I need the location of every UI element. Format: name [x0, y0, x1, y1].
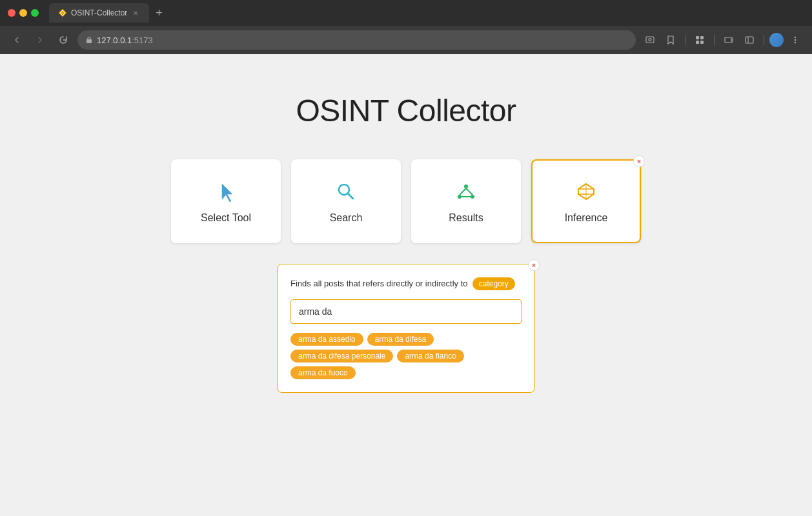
- inference-panel: × Finds all posts that refers directly o…: [277, 264, 535, 393]
- nav-actions: [641, 31, 804, 49]
- inference-panel-close-button[interactable]: ×: [528, 259, 540, 271]
- extensions-button[interactable]: [691, 31, 709, 49]
- inference-description: Finds all posts that refers directly or …: [290, 277, 522, 290]
- menu-button[interactable]: [786, 31, 804, 49]
- suggestion-tag[interactable]: arma da difesa: [367, 333, 434, 346]
- svg-point-14: [795, 42, 796, 43]
- svg-rect-5: [696, 36, 699, 39]
- url-host: 127.0.0.1: [97, 35, 132, 45]
- back-button[interactable]: [8, 31, 26, 49]
- bookmark-button[interactable]: [662, 31, 680, 49]
- svg-line-16: [348, 194, 353, 199]
- select-tool-icon: [213, 179, 239, 204]
- svg-rect-3: [646, 37, 654, 43]
- svg-rect-8: [700, 41, 704, 44]
- sidebar-button[interactable]: [740, 31, 758, 49]
- new-tab-button[interactable]: +: [152, 6, 167, 20]
- search-tool-icon: [333, 179, 359, 204]
- svg-rect-7: [696, 41, 699, 44]
- svg-rect-2: [86, 39, 92, 43]
- suggestion-tag[interactable]: arma da fuoco: [290, 366, 356, 379]
- profile-avatar[interactable]: [769, 33, 784, 47]
- inference-card[interactable]: × Inference: [531, 159, 641, 243]
- url-display: 127.0.0.1:5173: [97, 35, 153, 45]
- tab-bar: OSINT-Collector ✕ +: [49, 3, 167, 23]
- svg-point-17: [464, 184, 468, 188]
- suggestion-tag[interactable]: arma da fianco: [397, 350, 463, 362]
- tools-row: Select Tool Search: [171, 159, 641, 243]
- browser-window: OSINT-Collector ✕ +: [0, 0, 812, 516]
- suggestion-tag[interactable]: arma da assedio: [290, 333, 363, 346]
- nav-separator-3: [764, 35, 764, 45]
- svg-rect-10: [746, 37, 753, 43]
- nav-bar: 127.0.0.1:5173: [0, 26, 812, 54]
- active-tab[interactable]: OSINT-Collector ✕: [49, 3, 149, 23]
- svg-rect-9: [725, 37, 731, 43]
- svg-point-13: [795, 39, 796, 41]
- traffic-lights: [8, 9, 39, 17]
- refresh-button[interactable]: [54, 31, 72, 49]
- inference-card-close[interactable]: ×: [633, 155, 645, 167]
- svg-line-28: [578, 194, 586, 199]
- results-icon: [453, 179, 479, 204]
- search-label: Search: [330, 212, 363, 224]
- svg-point-18: [458, 195, 462, 199]
- maximize-button[interactable]: [31, 9, 39, 17]
- description-text: Finds all posts that refers directly or …: [290, 279, 468, 288]
- svg-rect-6: [700, 36, 704, 39]
- title-bar: OSINT-Collector ✕ +: [0, 0, 812, 26]
- cast-button[interactable]: [720, 31, 738, 49]
- tab-title: OSINT-Collector: [71, 8, 127, 17]
- results-label: Results: [449, 212, 483, 224]
- select-tool-card[interactable]: Select Tool: [171, 159, 281, 243]
- address-bar[interactable]: 127.0.0.1:5173: [77, 30, 636, 50]
- suggestions-list: arma da assedio arma da difesa arma da d…: [290, 333, 522, 379]
- category-badge: category: [472, 277, 515, 290]
- url-port: :5173: [132, 35, 153, 45]
- tab-favicon-icon: [58, 8, 67, 17]
- select-tool-label: Select Tool: [201, 212, 251, 224]
- svg-point-12: [795, 37, 796, 38]
- svg-point-4: [649, 39, 651, 41]
- svg-line-20: [460, 188, 466, 195]
- inference-search-input[interactable]: [290, 299, 522, 324]
- suggestion-tag[interactable]: arma da difesa personale: [290, 350, 393, 362]
- minimize-button[interactable]: [19, 9, 27, 17]
- svg-line-29: [586, 194, 594, 199]
- inference-label: Inference: [565, 212, 608, 224]
- forward-button[interactable]: [31, 31, 49, 49]
- tab-close-button[interactable]: ✕: [131, 8, 140, 17]
- svg-line-27: [586, 184, 594, 189]
- results-card[interactable]: Results: [411, 159, 521, 243]
- search-card[interactable]: Search: [291, 159, 401, 243]
- nav-separator-2: [714, 35, 715, 45]
- screenshot-button[interactable]: [641, 31, 659, 49]
- svg-point-19: [471, 195, 474, 199]
- lock-icon: [85, 36, 93, 44]
- close-button[interactable]: [8, 9, 15, 17]
- nav-separator: [685, 35, 685, 45]
- svg-line-21: [466, 188, 472, 195]
- page-title: OSINT Collector: [296, 93, 516, 128]
- svg-line-26: [578, 184, 586, 189]
- page-content: OSINT Collector Select Tool Search: [0, 54, 812, 516]
- inference-icon: [573, 179, 599, 204]
